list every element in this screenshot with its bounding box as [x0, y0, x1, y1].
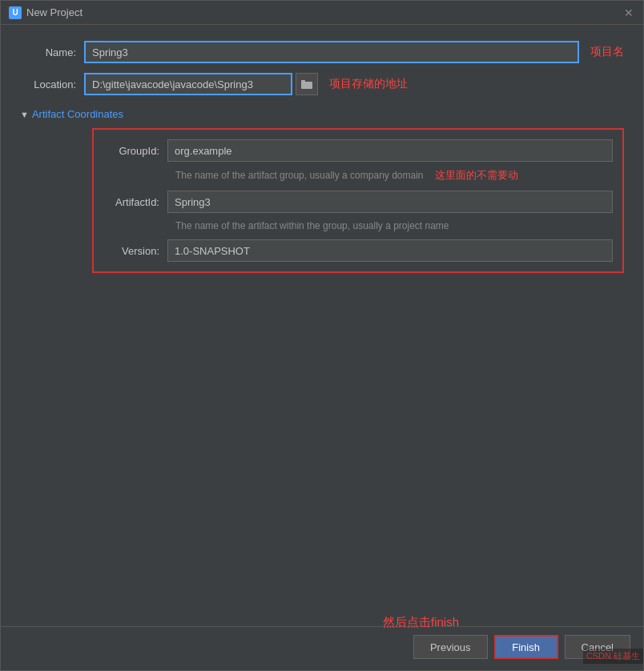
artifact-box: GroupId: The name of the artifact group,… [92, 128, 624, 273]
close-button[interactable]: ✕ [622, 6, 635, 19]
name-label: Name: [20, 46, 84, 58]
location-row: Location: 项目存储的地址 [20, 73, 624, 95]
version-label: Version: [103, 245, 167, 257]
groupid-row: GroupId: [103, 139, 613, 162]
artifactid-hint-row: The name of the artifact within the grou… [103, 219, 613, 231]
artifact-annotation: 这里面的不需要动 [435, 168, 518, 183]
name-annotation: 项目名 [590, 45, 624, 59]
collapse-arrow[interactable]: ▼ [20, 110, 29, 119]
dialog-title: New Project [26, 6, 83, 18]
version-row: Version: [103, 239, 613, 262]
artifactid-input[interactable] [167, 191, 613, 213]
artifact-section-header: ▼ Artifact Coordinates [20, 108, 624, 120]
finish-annotation: 然后点击finish [383, 615, 459, 630]
location-annotation: 项目存储的地址 [329, 77, 408, 91]
artifact-area: GroupId: The name of the artifact group,… [20, 128, 624, 273]
name-row: Name: 项目名 [20, 41, 624, 63]
groupid-hint: The name of the artifact group, usually … [175, 170, 424, 181]
location-label: Location: [20, 78, 84, 90]
name-input[interactable] [84, 41, 579, 63]
svg-rect-0 [301, 82, 312, 89]
title-bar: U New Project ✕ [1, 1, 643, 25]
groupid-label: GroupId: [103, 145, 167, 157]
version-input[interactable] [167, 239, 613, 262]
dialog-footer: 然后点击finish Previous Finish Cancel CSDN 硅… [1, 626, 643, 670]
artifactid-label: ArtifactId: [103, 196, 167, 208]
groupid-hint-row: The name of the artifact group, usually … [103, 168, 613, 183]
new-project-dialog: U New Project ✕ Name: 项目名 Location: 项目存储… [0, 0, 644, 671]
app-icon: U [9, 6, 22, 19]
svg-rect-1 [301, 80, 305, 82]
finish-button[interactable]: Finish [494, 635, 558, 659]
artifactid-row: ArtifactId: [103, 191, 613, 213]
location-input[interactable] [84, 73, 292, 95]
name-input-wrap [84, 41, 579, 63]
artifactid-hint: The name of the artifact within the grou… [175, 220, 449, 231]
title-bar-left: U New Project [9, 6, 83, 19]
location-input-wrap [84, 73, 292, 95]
dialog-content: Name: 项目名 Location: 项目存储的地址 ▼ Artifact C… [1, 25, 643, 626]
artifact-section-label: Artifact Coordinates [32, 108, 123, 120]
csdn-watermark: CSDN 硅基生 [583, 649, 643, 664]
previous-button[interactable]: Previous [413, 635, 488, 659]
groupid-input[interactable] [167, 139, 613, 162]
content-spacer [20, 281, 624, 610]
browse-button[interactable] [296, 73, 318, 95]
